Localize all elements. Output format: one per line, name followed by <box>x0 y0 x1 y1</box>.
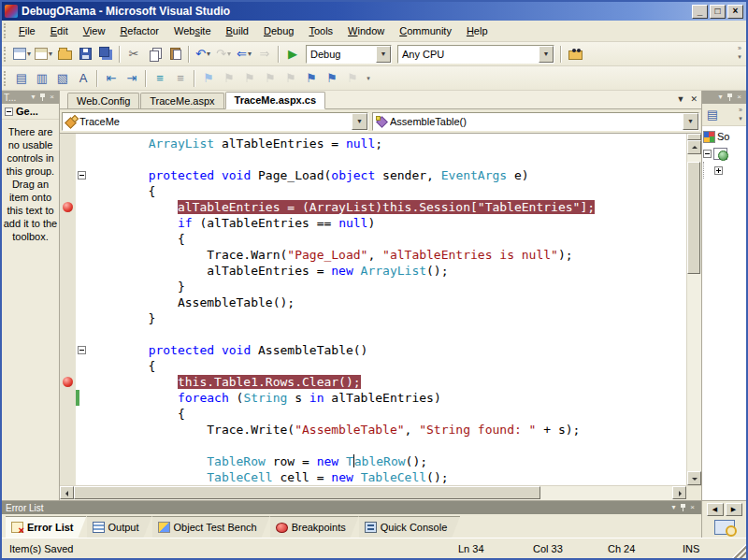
close-icon[interactable]: × <box>734 92 744 103</box>
menu-help[interactable]: Help <box>459 22 496 39</box>
chevron-down-icon[interactable]: ▾ <box>669 502 679 513</box>
undo-button[interactable]: ↶▾ <box>193 44 213 65</box>
tab-object-test-bench[interactable]: Object Test Bench <box>152 516 270 538</box>
split-handle[interactable] <box>687 134 701 140</box>
menu-debug[interactable]: Debug <box>256 22 301 39</box>
toolbox-group-general[interactable]: Ge... <box>2 104 59 120</box>
breakpoint-gutter[interactable] <box>60 231 76 247</box>
breakpoint-gutter[interactable] <box>60 215 76 231</box>
chevron-down-icon[interactable]: ▾ <box>715 92 726 103</box>
tab-traceme-aspx-cs[interactable]: TraceMe.aspx.cs <box>225 92 325 109</box>
code-line[interactable]: { <box>60 406 686 422</box>
resize-grip[interactable] <box>731 543 746 558</box>
menu-tools[interactable]: Tools <box>301 22 340 39</box>
chevron-down-icon[interactable]: ▾ <box>248 50 252 58</box>
code-line[interactable]: Trace.Warn("Page_Load", "alTableEntries … <box>60 247 686 263</box>
properties-window-button[interactable]: ▤ <box>702 105 723 125</box>
chevron-down-icon[interactable]: ▾ <box>49 50 52 58</box>
breakpoint-gutter[interactable] <box>60 136 76 151</box>
horizontal-scroll-track[interactable] <box>74 486 672 500</box>
chevron-down-icon[interactable]: ▼ <box>683 113 698 130</box>
website-project-node[interactable] <box>703 145 745 162</box>
chevron-down-icon[interactable]: ▾ <box>227 50 231 58</box>
solution-platforms-combo[interactable]: Any CPU▼ <box>397 45 554 64</box>
breakpoint-gutter[interactable] <box>60 438 76 453</box>
breakpoint-gutter[interactable] <box>60 374 76 390</box>
add-new-item-button[interactable]: ▾ <box>33 44 54 65</box>
minimize-button[interactable]: _ <box>692 5 708 19</box>
code-line[interactable]: foreach (String s in alTableEntries) <box>60 390 686 406</box>
tab-output[interactable]: Output <box>87 516 152 538</box>
breakpoint-icon[interactable] <box>63 377 73 387</box>
code-line[interactable]: alTableEntries = (ArrayList)this.Session… <box>60 199 686 215</box>
toolbar-overflow-button[interactable]: ▾ <box>363 75 374 82</box>
scroll-left-button[interactable] <box>60 486 74 499</box>
solution-configurations-combo[interactable]: Debug▼ <box>306 45 392 64</box>
display-object-member-list-button[interactable]: ▤ <box>11 68 32 89</box>
open-file-button[interactable] <box>54 44 75 65</box>
decrease-indent-button[interactable]: ⇤ <box>101 68 122 89</box>
navigate-backward-button[interactable]: ⇐▾ <box>234 44 254 65</box>
breakpoint-gutter[interactable] <box>60 263 76 279</box>
menu-build[interactable]: Build <box>219 22 256 39</box>
copy-button[interactable] <box>144 44 165 65</box>
paste-button[interactable] <box>165 44 185 65</box>
code-line[interactable]: protected void Page_Load(object sender, … <box>60 167 686 183</box>
code-line[interactable]: { <box>60 231 686 247</box>
active-files-menu-button[interactable]: ▼ <box>677 93 685 105</box>
toolbar-overflow-button[interactable]: »▾ <box>734 44 745 61</box>
increase-indent-button[interactable]: ⇥ <box>122 68 142 89</box>
tab-breakpoints[interactable]: Breakpoints <box>270 516 359 538</box>
types-combo[interactable]: TraceMe ▼ <box>62 112 368 131</box>
code-line[interactable] <box>60 326 686 342</box>
maximize-button[interactable]: □ <box>710 5 726 19</box>
previous-bookmark-in-document-button[interactable]: ⚑ <box>301 68 322 89</box>
cut-button[interactable]: ✂ <box>123 44 144 65</box>
menu-edit[interactable]: Edit <box>43 22 76 39</box>
find-results-window-icon[interactable] <box>714 520 735 535</box>
collapse-minus-icon[interactable] <box>703 150 712 158</box>
toolbar-grip[interactable] <box>4 71 8 86</box>
breakpoint-gutter[interactable] <box>60 279 76 294</box>
tab-web-config[interactable]: Web.Config <box>67 93 139 108</box>
menu-view[interactable]: View <box>76 22 113 39</box>
menu-refactor[interactable]: Refactor <box>112 22 166 39</box>
breakpoint-gutter[interactable] <box>60 326 76 342</box>
tab-quick-console[interactable]: Quick Console <box>359 516 461 538</box>
fold-minus-icon[interactable] <box>78 171 86 179</box>
comment-selection-button[interactable]: ≡ <box>150 68 170 89</box>
collapse-minus-icon[interactable] <box>5 108 13 116</box>
code-text-area[interactable]: ArrayList alTableEntries = null; protect… <box>60 134 686 485</box>
breakpoint-icon[interactable] <box>63 202 73 212</box>
tab-scroll-left-button[interactable]: ◀ <box>707 503 724 516</box>
tab-scroll-right-button[interactable]: ▶ <box>726 503 742 516</box>
breakpoint-gutter[interactable] <box>60 167 76 183</box>
chevron-down-icon[interactable]: ▼ <box>539 46 554 63</box>
code-line[interactable]: ArrayList alTableEntries = null; <box>60 136 686 151</box>
new-project-button[interactable]: ▾ <box>11 44 33 65</box>
code-line[interactable] <box>60 438 686 453</box>
scroll-down-button[interactable] <box>687 471 701 485</box>
chevron-down-icon[interactable]: ▾ <box>28 92 38 103</box>
fold-minus-icon[interactable] <box>78 346 86 354</box>
toolbar-grip[interactable] <box>4 47 8 62</box>
pin-icon[interactable] <box>679 503 687 513</box>
breakpoint-gutter[interactable] <box>60 358 76 374</box>
code-line[interactable]: TableCell cell = new TableCell(); <box>60 469 686 485</box>
next-bookmark-in-document-button[interactable]: ⚑ <box>322 68 342 89</box>
close-icon[interactable]: × <box>687 502 698 513</box>
display-word-completion-button[interactable]: A <box>73 68 94 89</box>
save-all-button[interactable] <box>95 44 116 65</box>
code-line[interactable]: if (alTableEntries == null) <box>60 215 686 231</box>
collapsed-child-node[interactable] <box>703 162 745 179</box>
pin-icon[interactable] <box>38 93 47 103</box>
breakpoint-gutter[interactable] <box>60 183 76 199</box>
vertical-scroll-track[interactable] <box>687 154 701 471</box>
uncomment-selection-button[interactable]: ≡ <box>170 68 191 89</box>
close-document-button[interactable]: ✕ <box>690 93 698 105</box>
breakpoint-gutter[interactable] <box>60 422 76 438</box>
solution-node[interactable]: So <box>703 128 745 145</box>
code-line[interactable]: { <box>60 358 686 374</box>
tab-error-list[interactable]: Error List <box>6 516 87 538</box>
expand-plus-icon[interactable] <box>714 166 723 175</box>
